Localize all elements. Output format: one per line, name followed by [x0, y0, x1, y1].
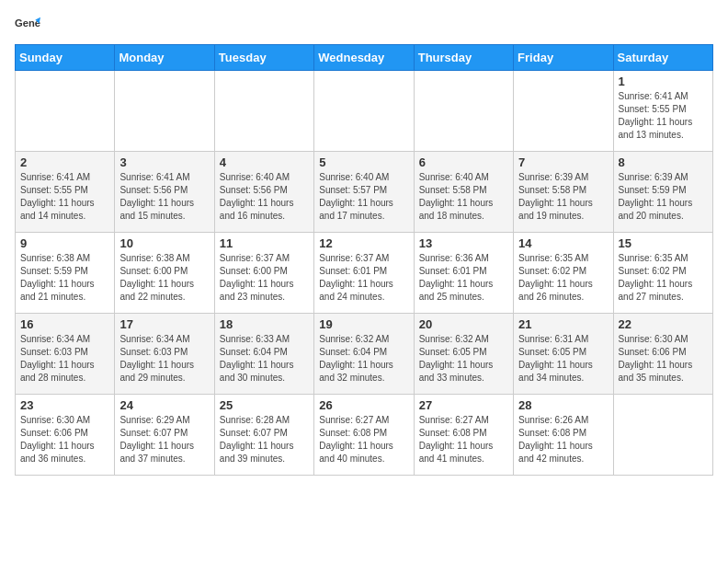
week-row-4: 16Sunrise: 6:34 AM Sunset: 6:03 PM Dayli…	[16, 314, 713, 395]
day-number: 14	[518, 236, 608, 250]
day-cell: 20Sunrise: 6:32 AM Sunset: 6:05 PM Dayli…	[414, 314, 513, 395]
day-cell: 11Sunrise: 6:37 AM Sunset: 6:00 PM Dayli…	[214, 233, 313, 314]
day-number: 7	[518, 155, 608, 169]
day-number: 22	[619, 317, 708, 331]
day-info: Sunrise: 6:26 AM Sunset: 6:08 PM Dayligh…	[518, 414, 608, 465]
day-info: Sunrise: 6:36 AM Sunset: 6:01 PM Dayligh…	[419, 252, 508, 304]
day-cell: 24Sunrise: 6:29 AM Sunset: 6:07 PM Dayli…	[115, 395, 214, 476]
day-number: 12	[319, 236, 408, 250]
day-number: 26	[319, 398, 408, 412]
day-cell: 21Sunrise: 6:31 AM Sunset: 6:05 PM Dayli…	[514, 314, 613, 395]
day-info: Sunrise: 6:37 AM Sunset: 6:00 PM Dayligh…	[220, 252, 309, 304]
day-number: 13	[419, 236, 508, 250]
day-cell: 27Sunrise: 6:27 AM Sunset: 6:08 PM Dayli…	[414, 395, 513, 476]
day-info: Sunrise: 6:40 AM Sunset: 5:58 PM Dayligh…	[419, 171, 508, 223]
day-info: Sunrise: 6:28 AM Sunset: 6:07 PM Dayligh…	[220, 414, 309, 465]
logo: General	[15, 15, 44, 40]
day-cell: 22Sunrise: 6:30 AM Sunset: 6:06 PM Dayli…	[613, 314, 712, 395]
col-header-thursday: Thursday	[414, 45, 513, 71]
calendar-table: SundayMondayTuesdayWednesdayThursdayFrid…	[15, 44, 713, 476]
day-info: Sunrise: 6:38 AM Sunset: 5:59 PM Dayligh…	[20, 252, 109, 304]
day-cell: 1Sunrise: 6:41 AM Sunset: 5:55 PM Daylig…	[613, 71, 712, 152]
day-info: Sunrise: 6:39 AM Sunset: 5:58 PM Dayligh…	[518, 171, 608, 223]
day-number: 28	[518, 398, 608, 412]
day-cell	[414, 71, 513, 152]
day-info: Sunrise: 6:40 AM Sunset: 5:56 PM Dayligh…	[220, 171, 309, 223]
day-number: 23	[20, 398, 109, 412]
week-row-1: 1Sunrise: 6:41 AM Sunset: 5:55 PM Daylig…	[16, 71, 713, 152]
day-cell: 18Sunrise: 6:33 AM Sunset: 6:04 PM Dayli…	[214, 314, 313, 395]
day-cell: 23Sunrise: 6:30 AM Sunset: 6:06 PM Dayli…	[16, 395, 115, 476]
day-number: 8	[619, 155, 708, 169]
day-info: Sunrise: 6:29 AM Sunset: 6:07 PM Dayligh…	[119, 414, 209, 465]
day-number: 4	[220, 155, 309, 169]
day-info: Sunrise: 6:41 AM Sunset: 5:56 PM Dayligh…	[119, 171, 209, 223]
day-cell	[613, 395, 712, 476]
day-number: 10	[119, 236, 209, 250]
col-header-friday: Friday	[514, 45, 613, 71]
day-number: 20	[419, 317, 508, 331]
day-cell	[16, 71, 115, 152]
week-row-3: 9Sunrise: 6:38 AM Sunset: 5:59 PM Daylig…	[16, 233, 713, 314]
day-number: 15	[619, 236, 708, 250]
header-row: SundayMondayTuesdayWednesdayThursdayFrid…	[16, 45, 713, 71]
day-cell: 25Sunrise: 6:28 AM Sunset: 6:07 PM Dayli…	[214, 395, 313, 476]
day-number: 17	[119, 317, 209, 331]
day-cell: 4Sunrise: 6:40 AM Sunset: 5:56 PM Daylig…	[214, 152, 313, 233]
day-info: Sunrise: 6:30 AM Sunset: 6:06 PM Dayligh…	[20, 414, 109, 465]
col-header-tuesday: Tuesday	[214, 45, 313, 71]
day-number: 25	[220, 398, 309, 412]
logo-icon: General	[15, 15, 40, 40]
col-header-sunday: Sunday	[16, 45, 115, 71]
day-cell: 16Sunrise: 6:34 AM Sunset: 6:03 PM Dayli…	[16, 314, 115, 395]
day-info: Sunrise: 6:34 AM Sunset: 6:03 PM Dayligh…	[20, 333, 109, 385]
day-number: 9	[20, 236, 109, 250]
day-number: 16	[20, 317, 109, 331]
day-number: 5	[319, 155, 408, 169]
day-info: Sunrise: 6:31 AM Sunset: 6:05 PM Dayligh…	[518, 333, 608, 385]
col-header-saturday: Saturday	[613, 45, 712, 71]
day-cell: 10Sunrise: 6:38 AM Sunset: 6:00 PM Dayli…	[115, 233, 214, 314]
week-row-5: 23Sunrise: 6:30 AM Sunset: 6:06 PM Dayli…	[16, 395, 713, 476]
day-number: 27	[419, 398, 508, 412]
day-cell: 6Sunrise: 6:40 AM Sunset: 5:58 PM Daylig…	[414, 152, 513, 233]
day-number: 3	[119, 155, 209, 169]
day-info: Sunrise: 6:30 AM Sunset: 6:06 PM Dayligh…	[619, 333, 708, 385]
day-number: 19	[319, 317, 408, 331]
day-cell: 7Sunrise: 6:39 AM Sunset: 5:58 PM Daylig…	[514, 152, 613, 233]
day-info: Sunrise: 6:35 AM Sunset: 6:02 PM Dayligh…	[518, 252, 608, 304]
day-cell: 26Sunrise: 6:27 AM Sunset: 6:08 PM Dayli…	[314, 395, 414, 476]
day-cell	[514, 71, 613, 152]
day-cell: 28Sunrise: 6:26 AM Sunset: 6:08 PM Dayli…	[514, 395, 613, 476]
day-cell: 14Sunrise: 6:35 AM Sunset: 6:02 PM Dayli…	[514, 233, 613, 314]
day-number: 11	[220, 236, 309, 250]
day-info: Sunrise: 6:38 AM Sunset: 6:00 PM Dayligh…	[119, 252, 209, 304]
day-number: 18	[220, 317, 309, 331]
day-cell	[314, 71, 414, 152]
day-cell: 12Sunrise: 6:37 AM Sunset: 6:01 PM Dayli…	[314, 233, 414, 314]
day-info: Sunrise: 6:41 AM Sunset: 5:55 PM Dayligh…	[20, 171, 109, 223]
day-cell: 17Sunrise: 6:34 AM Sunset: 6:03 PM Dayli…	[115, 314, 214, 395]
day-number: 1	[619, 75, 708, 88]
day-info: Sunrise: 6:41 AM Sunset: 5:55 PM Dayligh…	[619, 90, 708, 142]
day-cell: 19Sunrise: 6:32 AM Sunset: 6:04 PM Dayli…	[314, 314, 414, 395]
day-number: 2	[20, 155, 109, 169]
day-info: Sunrise: 6:32 AM Sunset: 6:04 PM Dayligh…	[319, 333, 408, 385]
day-info: Sunrise: 6:33 AM Sunset: 6:04 PM Dayligh…	[220, 333, 309, 385]
day-cell: 5Sunrise: 6:40 AM Sunset: 5:57 PM Daylig…	[314, 152, 414, 233]
day-info: Sunrise: 6:27 AM Sunset: 6:08 PM Dayligh…	[419, 414, 508, 465]
week-row-2: 2Sunrise: 6:41 AM Sunset: 5:55 PM Daylig…	[16, 152, 713, 233]
day-info: Sunrise: 6:27 AM Sunset: 6:08 PM Dayligh…	[319, 414, 408, 465]
day-number: 24	[119, 398, 209, 412]
day-info: Sunrise: 6:39 AM Sunset: 5:59 PM Dayligh…	[619, 171, 708, 223]
day-cell: 13Sunrise: 6:36 AM Sunset: 6:01 PM Dayli…	[414, 233, 513, 314]
day-info: Sunrise: 6:37 AM Sunset: 6:01 PM Dayligh…	[319, 252, 408, 304]
col-header-wednesday: Wednesday	[314, 45, 414, 71]
day-cell: 9Sunrise: 6:38 AM Sunset: 5:59 PM Daylig…	[16, 233, 115, 314]
page-header: General	[15, 15, 713, 40]
day-number: 6	[419, 155, 508, 169]
day-cell: 15Sunrise: 6:35 AM Sunset: 6:02 PM Dayli…	[613, 233, 712, 314]
col-header-monday: Monday	[115, 45, 214, 71]
day-info: Sunrise: 6:40 AM Sunset: 5:57 PM Dayligh…	[319, 171, 408, 223]
day-cell: 3Sunrise: 6:41 AM Sunset: 5:56 PM Daylig…	[115, 152, 214, 233]
